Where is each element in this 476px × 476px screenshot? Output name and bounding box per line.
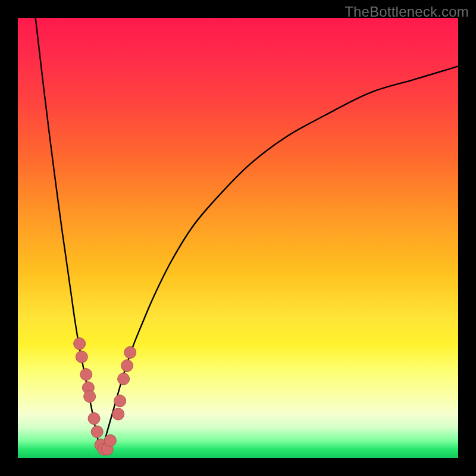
marker-point xyxy=(74,338,86,350)
sample-markers xyxy=(74,338,136,456)
curve-right-branch xyxy=(102,66,458,453)
marker-point xyxy=(121,360,133,372)
marker-point xyxy=(124,346,136,358)
marker-point xyxy=(104,434,116,446)
curve-layer xyxy=(18,18,458,458)
marker-point xyxy=(88,412,100,424)
marker-point xyxy=(84,390,96,402)
plot-area xyxy=(18,18,458,458)
marker-point xyxy=(80,368,92,380)
marker-point xyxy=(112,408,124,420)
marker-point xyxy=(76,351,87,363)
chart-frame: TheBottleneck.com xyxy=(0,0,476,476)
marker-point xyxy=(91,426,103,438)
marker-point xyxy=(114,395,126,407)
marker-point xyxy=(118,373,130,385)
